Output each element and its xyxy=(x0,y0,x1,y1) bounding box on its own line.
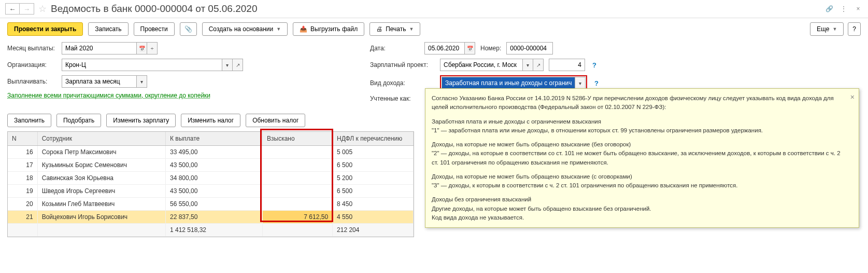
calendar-icon[interactable]: 📅 xyxy=(465,42,475,54)
col-n-header[interactable]: N xyxy=(8,132,37,146)
nav-forward-button[interactable]: → xyxy=(20,3,34,15)
payout-label: Выплачивать: xyxy=(7,78,56,85)
favorite-star-icon[interactable]: ☆ xyxy=(38,3,47,15)
attach-button[interactable]: 📎 xyxy=(180,22,197,36)
write-button[interactable]: Записать xyxy=(88,22,128,36)
dropdown-icon[interactable]: ▾ xyxy=(523,59,533,71)
table-row[interactable]: 20Козьмин Глеб Матвеевич56 550,008 450 xyxy=(8,198,414,211)
table-row[interactable]: 19Шведов Игорь Сергеевич43 500,006 500 xyxy=(8,185,414,198)
project-num-input[interactable] xyxy=(549,59,585,71)
export-file-button[interactable]: 📤Выгрузить файл xyxy=(293,22,364,36)
print-icon: 🖨 xyxy=(376,25,382,33)
number-label: Номер: xyxy=(480,45,501,52)
project-input[interactable] xyxy=(440,59,523,71)
table-row[interactable]: 16Сорока Петр Максимович33 495,005 005 xyxy=(8,146,414,159)
table-row[interactable]: 17Кузьминых Борис Семенович43 500,006 50… xyxy=(8,159,414,172)
export-icon: 📤 xyxy=(300,25,307,33)
col-collected-header[interactable]: Взыскано xyxy=(263,132,333,146)
payout-input[interactable] xyxy=(62,75,137,88)
link-icon[interactable]: 🔗 xyxy=(824,4,834,13)
update-tax-button[interactable]: Обновить налог xyxy=(246,114,305,127)
post-button[interactable]: Провести xyxy=(134,22,175,36)
calendar-icon[interactable]: 📅 xyxy=(137,42,147,54)
chevron-down-icon: ▼ xyxy=(409,26,414,32)
table-row[interactable]: 18Савинская Зоя Юрьевна34 800,005 200 xyxy=(8,172,414,185)
col-payout-header[interactable]: К выплате xyxy=(165,132,262,146)
employees-table[interactable]: N Сотрудник К выплате Взыскано НДФЛ к пе… xyxy=(7,131,414,237)
dropdown-icon[interactable]: ▾ xyxy=(137,75,147,88)
pick-button[interactable]: Подобрать xyxy=(56,114,101,127)
chevron-down-icon: ▼ xyxy=(832,26,837,32)
dropdown-icon[interactable]: ▾ xyxy=(575,77,586,89)
change-tax-button[interactable]: Изменить налог xyxy=(181,114,240,127)
col-ndfl-header[interactable]: НДФЛ к перечислению xyxy=(333,132,414,146)
close-icon[interactable]: × xyxy=(853,4,863,13)
more-button[interactable]: Еще▼ xyxy=(810,22,844,36)
number-input[interactable] xyxy=(506,42,553,54)
help-button[interactable]: ? xyxy=(848,22,861,36)
fill-options-link[interactable]: Заполнение всеми причитающимися суммами,… xyxy=(7,92,210,99)
month-stepper[interactable]: ÷ xyxy=(147,42,158,54)
help-icon[interactable]: ? xyxy=(590,61,599,69)
date-input[interactable] xyxy=(424,42,465,54)
open-ref-icon[interactable]: ↗ xyxy=(233,59,243,71)
paperclip-icon: 📎 xyxy=(184,25,192,33)
open-ref-icon[interactable]: ↗ xyxy=(533,59,544,71)
table-row[interactable]: 21Войцехович Игорь Борисович22 837,507 6… xyxy=(8,211,414,224)
project-label: Зарплатный проект: xyxy=(370,61,435,69)
month-label: Месяц выплаты: xyxy=(7,45,56,52)
kebab-icon[interactable]: ⋮ xyxy=(839,4,848,13)
change-salary-button[interactable]: Изменить зарплату xyxy=(106,114,176,127)
dropdown-icon[interactable]: ▾ xyxy=(222,59,233,71)
org-input[interactable] xyxy=(62,59,222,71)
create-based-on-button[interactable]: Создать на основании▼ xyxy=(202,22,288,36)
income-type-label: Вид дохода: xyxy=(370,79,435,87)
income-type-input[interactable] xyxy=(442,77,575,89)
col-employee-header[interactable]: Сотрудник xyxy=(37,132,165,146)
income-type-tooltip: × Согласно Указанию Банка России от 14.1… xyxy=(425,88,859,228)
chevron-down-icon: ▼ xyxy=(276,26,281,32)
org-label: Организация: xyxy=(7,61,56,69)
footer-payout-total: 1 412 518,32 xyxy=(165,224,262,237)
print-button[interactable]: 🖨Печать▼ xyxy=(369,22,420,36)
page-title: Ведомость в банк 0000-000004 от 05.06.20… xyxy=(51,3,257,15)
footer-ndfl-total: 212 204 xyxy=(333,224,414,237)
date-label: Дата: xyxy=(370,45,419,52)
month-input[interactable] xyxy=(62,42,137,54)
help-icon[interactable]: ? xyxy=(592,79,601,87)
nav-back-button[interactable]: ← xyxy=(5,3,20,15)
fill-button[interactable]: Заполнить xyxy=(7,114,51,127)
tooltip-close-icon[interactable]: × xyxy=(850,92,855,103)
post-and-close-button[interactable]: Провести и закрыть xyxy=(7,22,83,36)
